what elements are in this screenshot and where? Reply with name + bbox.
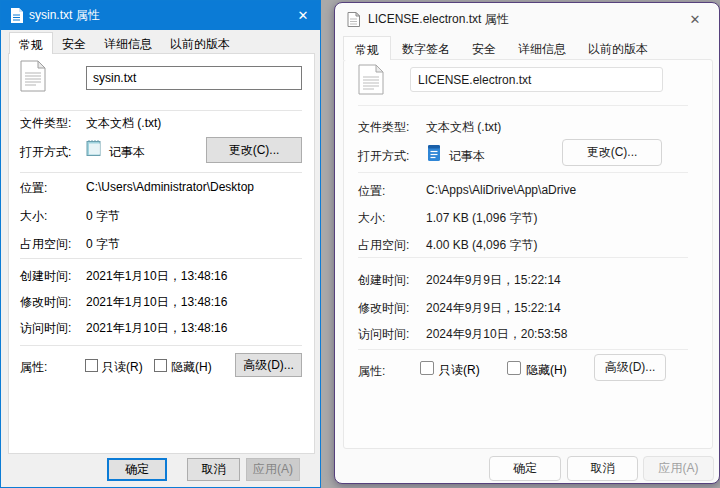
separator bbox=[358, 105, 688, 106]
cancel-button[interactable]: 取消 bbox=[567, 456, 638, 481]
properties-dialog-sysin: sysin.txt 属性 ✕ 常规 安全 详细信息 以前的版本 文件类型: 文本… bbox=[0, 0, 321, 488]
modified-value: 2024年9月9日，15:22:14 bbox=[426, 300, 561, 317]
text-file-icon bbox=[10, 8, 23, 23]
size-on-disk-value: 0 字节 bbox=[86, 236, 120, 253]
notepad-icon bbox=[86, 139, 103, 160]
created-value: 2024年9月9日，15:22:14 bbox=[426, 272, 561, 289]
created-label: 创建时间: bbox=[20, 268, 71, 285]
separator bbox=[20, 172, 302, 173]
size-on-disk-value: 4.00 KB (4,096 字节) bbox=[426, 237, 537, 254]
size-on-disk-label: 占用空间: bbox=[358, 237, 409, 254]
close-icon[interactable]: ✕ bbox=[286, 1, 320, 30]
filename-input[interactable] bbox=[86, 66, 302, 90]
file-type-label: 文件类型: bbox=[20, 115, 71, 132]
open-with-label: 打开方式: bbox=[358, 148, 409, 165]
accessed-label: 访问时间: bbox=[20, 320, 71, 337]
change-button[interactable]: 更改(C)... bbox=[206, 137, 302, 163]
advanced-button[interactable]: 高级(D)... bbox=[594, 354, 666, 381]
separator bbox=[358, 349, 688, 350]
window-title: LICENSE.electron.txt 属性 bbox=[368, 11, 509, 28]
document-icon bbox=[20, 60, 46, 95]
text-file-icon bbox=[347, 12, 360, 27]
modified-label: 修改时间: bbox=[20, 294, 71, 311]
open-with-value: 记事本 bbox=[449, 148, 485, 165]
readonly-checkbox[interactable] bbox=[85, 359, 98, 372]
readonly-checkbox[interactable] bbox=[420, 361, 434, 375]
attributes-label: 属性: bbox=[358, 363, 385, 380]
modified-value: 2021年1月10日，13:48:16 bbox=[86, 294, 227, 311]
file-type-label: 文件类型: bbox=[358, 119, 409, 136]
document-icon bbox=[358, 64, 384, 98]
location-value: C:\Apps\AliDrive\App\aDrive bbox=[426, 183, 576, 197]
accessed-value: 2024年9月10日，20:53:58 bbox=[426, 326, 567, 343]
apply-button[interactable]: 应用(A) bbox=[246, 458, 300, 481]
hidden-label: 隐藏(H) bbox=[526, 362, 567, 379]
change-button[interactable]: 更改(C)... bbox=[562, 139, 662, 166]
size-label: 大小: bbox=[20, 208, 47, 225]
file-type-value: 文本文档 (.txt) bbox=[426, 119, 501, 136]
readonly-label: 只读(R) bbox=[102, 359, 143, 376]
readonly-label: 只读(R) bbox=[439, 362, 480, 379]
left-titlebar[interactable]: sysin.txt 属性 ✕ bbox=[1, 1, 320, 30]
general-tab-page: 文件类型: 文本文档 (.txt) 打开方式: 记事本 更改(C)... 位置:… bbox=[343, 59, 713, 449]
hidden-checkbox[interactable] bbox=[154, 359, 167, 372]
properties-dialog-license: LICENSE.electron.txt 属性 ✕ 常规 数字签名 安全 详细信… bbox=[334, 2, 720, 484]
open-with-value: 记事本 bbox=[109, 144, 145, 161]
location-label: 位置: bbox=[358, 183, 385, 200]
file-type-value: 文本文档 (.txt) bbox=[86, 115, 161, 132]
ok-button[interactable]: 确定 bbox=[489, 456, 561, 481]
modified-label: 修改时间: bbox=[358, 300, 409, 317]
notepad-icon bbox=[426, 144, 442, 165]
tab-general[interactable]: 常规 bbox=[343, 36, 391, 60]
hidden-label: 隐藏(H) bbox=[171, 359, 212, 376]
separator bbox=[358, 172, 688, 173]
ok-button[interactable]: 确定 bbox=[107, 458, 167, 481]
right-titlebar[interactable]: LICENSE.electron.txt 属性 ✕ bbox=[335, 3, 719, 35]
separator bbox=[358, 257, 688, 258]
general-tab-page: 文件类型: 文本文档 (.txt) 打开方式: 记事本 更改(C)... 位置:… bbox=[8, 53, 315, 454]
size-value: 1.07 KB (1,096 字节) bbox=[426, 210, 537, 227]
advanced-button[interactable]: 高级(D)... bbox=[235, 353, 302, 377]
accessed-value: 2021年1月10日，13:48:16 bbox=[86, 320, 227, 337]
tab-general[interactable]: 常规 bbox=[9, 32, 53, 54]
separator bbox=[20, 345, 302, 346]
separator bbox=[20, 110, 302, 111]
size-on-disk-label: 占用空间: bbox=[20, 236, 71, 253]
separator bbox=[20, 258, 302, 259]
open-with-label: 打开方式: bbox=[20, 144, 71, 161]
location-label: 位置: bbox=[20, 180, 47, 197]
attributes-label: 属性: bbox=[20, 359, 47, 376]
cancel-button[interactable]: 取消 bbox=[187, 458, 240, 481]
close-icon[interactable]: ✕ bbox=[677, 3, 713, 35]
created-value: 2021年1月10日，13:48:16 bbox=[86, 268, 227, 285]
filename-input[interactable] bbox=[410, 67, 663, 92]
window-title: sysin.txt 属性 bbox=[29, 7, 100, 24]
accessed-label: 访问时间: bbox=[358, 326, 409, 343]
hidden-checkbox[interactable] bbox=[507, 361, 521, 375]
size-label: 大小: bbox=[358, 210, 385, 227]
location-value: C:\Users\Administrator\Desktop bbox=[86, 180, 254, 194]
apply-button[interactable]: 应用(A) bbox=[643, 456, 714, 481]
created-label: 创建时间: bbox=[358, 272, 409, 289]
size-value: 0 字节 bbox=[86, 208, 120, 225]
